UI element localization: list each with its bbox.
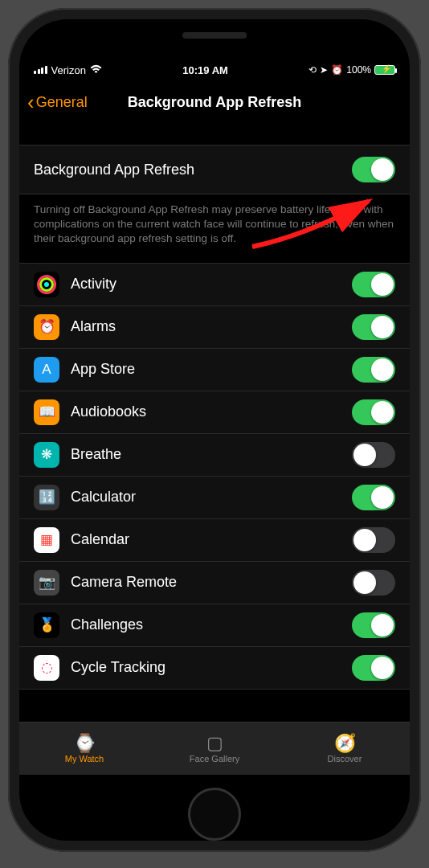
app-toggle-audiobooks[interactable]: [352, 399, 395, 425]
app-row-appstore: AApp Store: [19, 349, 410, 391]
tab-label: My Watch: [65, 754, 104, 764]
alarm-icon: ⏰: [331, 64, 343, 76]
page-title: Background App Refresh: [128, 94, 301, 111]
camera-icon: 📷: [34, 570, 59, 596]
tab-label: Discover: [328, 754, 362, 764]
app-toggle-appstore[interactable]: [352, 357, 395, 383]
back-chevron-icon[interactable]: ‹: [27, 92, 35, 113]
app-label: Calculator: [71, 489, 341, 506]
app-row-calendar: ▦Calendar: [19, 519, 410, 562]
tab-face-gallery[interactable]: ▢Face Gallery: [149, 723, 280, 775]
battery-pct: 100%: [346, 64, 371, 76]
app-label: Calendar: [71, 531, 341, 548]
master-toggle-label: Background App Refresh: [34, 162, 194, 178]
challenges-icon: 🏅: [34, 612, 59, 638]
status-bar: Verizon 10:19 AM ⟲ ➤ ⏰ 100%: [19, 58, 410, 82]
nav-bar: ‹ General Background App Refresh: [19, 82, 410, 122]
appstore-icon: A: [34, 357, 59, 383]
wifi-icon: [90, 64, 102, 76]
app-label: Alarms: [71, 318, 341, 335]
battery-icon: [374, 65, 395, 75]
app-row-audiobooks: 📖Audiobooks: [19, 391, 410, 434]
calendar-icon: ▦: [34, 527, 59, 553]
content-scroll[interactable]: Background App Refresh Turning off Backg…: [19, 122, 410, 722]
location-icon: ➤: [320, 64, 328, 76]
app-toggle-calculator[interactable]: [352, 485, 395, 510]
app-toggle-cycle[interactable]: [352, 655, 395, 681]
app-label: Activity: [71, 276, 341, 293]
app-row-calculator: 🔢Calculator: [19, 477, 410, 519]
app-label: Cycle Tracking: [71, 659, 341, 676]
tab-icon: ⌚: [74, 735, 96, 752]
app-row-challenges: 🏅Challenges: [19, 604, 410, 647]
screen: Verizon 10:19 AM ⟲ ➤ ⏰ 100% ‹ General Ba…: [19, 19, 410, 841]
app-label: Camera Remote: [71, 574, 341, 591]
app-list: Activity⏰AlarmsAApp Store📖Audiobooks❋Bre…: [19, 263, 410, 690]
app-label: Challenges: [71, 616, 341, 633]
activity-icon: [34, 272, 59, 297]
master-toggle-row: Background App Refresh: [19, 145, 410, 194]
cycle-icon: ◌: [34, 655, 59, 681]
app-toggle-camera[interactable]: [352, 570, 395, 596]
tab-my-watch[interactable]: ⌚My Watch: [19, 723, 149, 775]
app-label: Breathe: [71, 446, 341, 463]
app-label: App Store: [71, 361, 341, 378]
home-button[interactable]: [188, 788, 241, 841]
app-row-camera: 📷Camera Remote: [19, 562, 410, 604]
app-row-activity: Activity: [19, 263, 410, 306]
alarms-icon: ⏰: [34, 314, 59, 340]
back-button[interactable]: General: [36, 94, 88, 111]
speaker-slot: [182, 32, 247, 39]
tab-label: Face Gallery: [190, 754, 239, 764]
app-row-breathe: ❋Breathe: [19, 434, 410, 477]
app-label: Audiobooks: [71, 403, 341, 420]
tab-icon: 🧭: [334, 735, 356, 752]
tab-discover[interactable]: 🧭Discover: [280, 723, 410, 775]
signal-icon: [34, 66, 47, 74]
help-text: Turning off Background App Refresh may p…: [19, 194, 410, 263]
orientation-lock-icon: ⟲: [308, 64, 317, 76]
app-row-alarms: ⏰Alarms: [19, 306, 410, 349]
app-toggle-challenges[interactable]: [352, 612, 395, 638]
master-toggle[interactable]: [352, 157, 395, 182]
tab-icon: ▢: [206, 735, 223, 752]
phone-frame: Verizon 10:19 AM ⟲ ➤ ⏰ 100% ‹ General Ba…: [8, 8, 421, 852]
app-toggle-breathe[interactable]: [352, 442, 395, 468]
tab-bar: ⌚My Watch▢Face Gallery🧭Discover: [19, 722, 410, 775]
audiobooks-icon: 📖: [34, 399, 59, 425]
clock: 10:19 AM: [182, 64, 228, 76]
app-row-cycle: ◌Cycle Tracking: [19, 647, 410, 690]
carrier-label: Verizon: [51, 64, 86, 76]
breathe-icon: ❋: [34, 442, 59, 468]
app-toggle-calendar[interactable]: [352, 527, 395, 553]
calculator-icon: 🔢: [34, 485, 59, 510]
app-toggle-alarms[interactable]: [352, 314, 395, 340]
app-toggle-activity[interactable]: [352, 272, 395, 297]
